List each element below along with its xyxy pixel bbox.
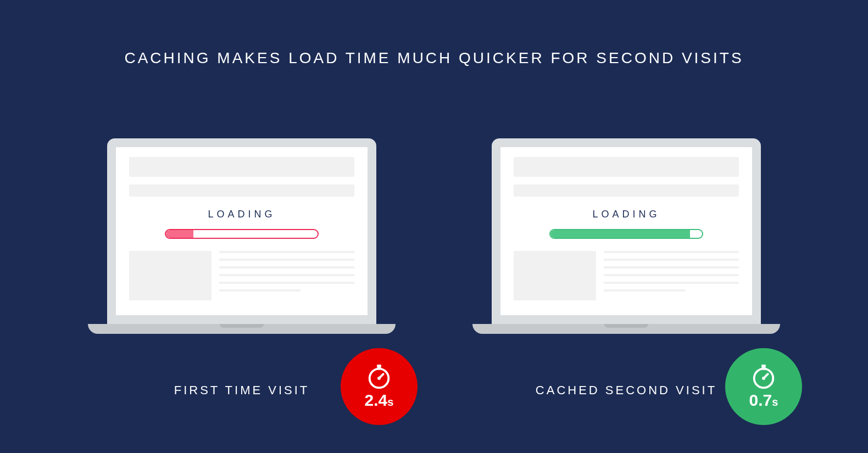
placeholder-lines [604, 251, 739, 300]
placeholder-content [514, 251, 739, 300]
progress-bar [549, 229, 703, 239]
placeholder-navbar [129, 184, 354, 197]
svg-rect-2 [378, 367, 380, 370]
laptop-base [472, 324, 780, 334]
laptop-base [88, 324, 396, 334]
progress-fill [166, 230, 193, 238]
panel-cached-visit: LOADING [483, 138, 769, 398]
placeholder-content [129, 251, 354, 300]
diagram-heading: CACHING MAKES LOAD TIME MUCH QUICKER FOR… [0, 0, 868, 67]
loading-label: LOADING [129, 209, 354, 220]
svg-point-9 [762, 377, 765, 380]
time-badge: 0.7s [725, 348, 802, 425]
time-badge: 2.4s [341, 348, 418, 425]
placeholder-topbar [129, 157, 354, 177]
panels-row: LOADING [0, 138, 868, 398]
progress-fill [550, 230, 690, 238]
stopwatch-icon [365, 363, 393, 390]
placeholder-block [129, 251, 212, 300]
laptop-illustration: LOADING [483, 138, 769, 334]
placeholder-topbar [514, 157, 739, 177]
laptop-illustration: LOADING [99, 138, 385, 334]
svg-rect-7 [763, 367, 765, 370]
screen-bezel: LOADING [107, 138, 376, 324]
placeholder-navbar [514, 184, 739, 197]
screen: LOADING [116, 147, 368, 315]
svg-point-4 [377, 377, 381, 380]
screen: LOADING [500, 147, 752, 315]
placeholder-lines [219, 251, 354, 300]
loading-label: LOADING [514, 209, 739, 220]
screen-bezel: LOADING [492, 138, 761, 324]
panel-first-visit: LOADING [99, 138, 385, 398]
stopwatch-icon [750, 363, 777, 390]
time-value: 0.7s [749, 391, 778, 410]
time-value: 2.4s [365, 391, 394, 410]
progress-bar [165, 229, 319, 239]
placeholder-block [514, 251, 596, 300]
